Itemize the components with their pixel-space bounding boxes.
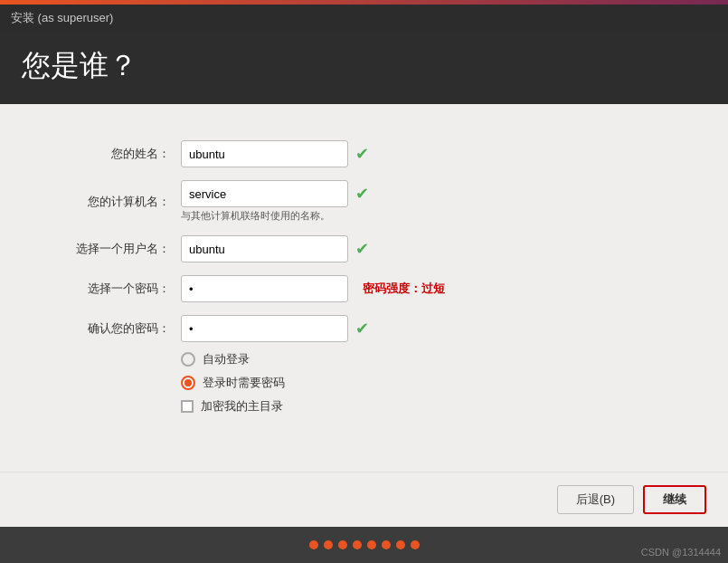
watermark: CSDN @1314444 xyxy=(641,547,721,558)
require-password-label: 登录时需要密码 xyxy=(203,375,285,391)
back-button[interactable]: 后退(B) xyxy=(557,485,634,514)
window-title: 安装 (as superuser) xyxy=(11,10,113,26)
computer-hint: 与其他计算机联络时使用的名称。 xyxy=(181,209,369,223)
require-password-radio[interactable] xyxy=(181,376,195,390)
password-strength-text: 密码强度：过短 xyxy=(363,281,445,297)
window-header: 安装 (as superuser) xyxy=(0,5,728,32)
computer-row: 您的计算机名： ✔ 与其他计算机联络时使用的名称。 xyxy=(36,180,692,223)
dot-3 xyxy=(338,540,347,549)
confirm-label: 确认您的密码： xyxy=(36,320,181,337)
username-input[interactable] xyxy=(181,235,348,262)
computer-input[interactable] xyxy=(181,180,348,207)
content-area: 您的姓名： ✔ 您的计算机名： ✔ 与其他计算机联络时使用的名称。 xyxy=(0,104,728,472)
computer-label: 您的计算机名： xyxy=(36,194,181,210)
encrypt-home-label: 加密我的主目录 xyxy=(201,398,283,415)
computer-field-wrap: ✔ 与其他计算机联络时使用的名称。 xyxy=(181,180,369,223)
confirm-field-wrap: ✔ xyxy=(181,315,369,342)
require-password-option[interactable]: 登录时需要密码 xyxy=(181,375,692,391)
dot-6 xyxy=(382,540,391,549)
form-container: 您的姓名： ✔ 您的计算机名： ✔ 与其他计算机联络时使用的名称。 xyxy=(36,140,692,342)
password-input[interactable] xyxy=(181,275,348,302)
encrypt-home-option[interactable]: 加密我的主目录 xyxy=(181,398,692,415)
dot-8 xyxy=(411,540,420,549)
password-field-wrap: 密码强度：过短 xyxy=(181,275,445,302)
auto-login-label: 自动登录 xyxy=(203,351,250,367)
name-input[interactable] xyxy=(181,140,348,167)
footer: 后退(B) 继续 xyxy=(0,472,728,527)
username-check-icon: ✔ xyxy=(355,239,369,259)
name-field-wrap: ✔ xyxy=(181,140,369,167)
page-title: 您是谁？ xyxy=(22,46,706,86)
dot-7 xyxy=(396,540,405,549)
auto-login-option[interactable]: 自动登录 xyxy=(181,351,692,367)
auto-login-radio[interactable] xyxy=(181,352,195,367)
bottom-dots xyxy=(0,527,728,563)
installer-window: 安装 (as superuser) 您是谁？ 您的姓名： ✔ 您的计算机名： xyxy=(0,0,728,563)
encrypt-home-checkbox[interactable] xyxy=(181,400,194,413)
name-row: 您的姓名： ✔ xyxy=(36,140,692,167)
confirm-input[interactable] xyxy=(181,315,348,342)
dot-5 xyxy=(367,540,376,549)
username-label: 选择一个用户名： xyxy=(36,241,181,257)
dot-4 xyxy=(353,540,362,549)
name-label: 您的姓名： xyxy=(36,146,181,162)
computer-check-icon: ✔ xyxy=(355,184,369,204)
confirm-check-icon: ✔ xyxy=(355,319,369,339)
dot-2 xyxy=(324,540,333,549)
name-check-icon: ✔ xyxy=(355,144,369,164)
options-area: 自动登录 登录时需要密码 加密我的主目录 xyxy=(181,351,692,415)
computer-field-inner: ✔ xyxy=(181,180,369,207)
confirm-row: 确认您的密码： ✔ xyxy=(36,315,692,342)
dot-1 xyxy=(309,540,318,549)
page-header: 您是谁？ xyxy=(0,32,728,104)
username-field-wrap: ✔ xyxy=(181,235,369,262)
username-row: 选择一个用户名： ✔ xyxy=(36,235,692,262)
continue-button[interactable]: 继续 xyxy=(643,485,706,514)
password-label: 选择一个密码： xyxy=(36,281,181,297)
password-row: 选择一个密码： 密码强度：过短 xyxy=(36,275,692,302)
